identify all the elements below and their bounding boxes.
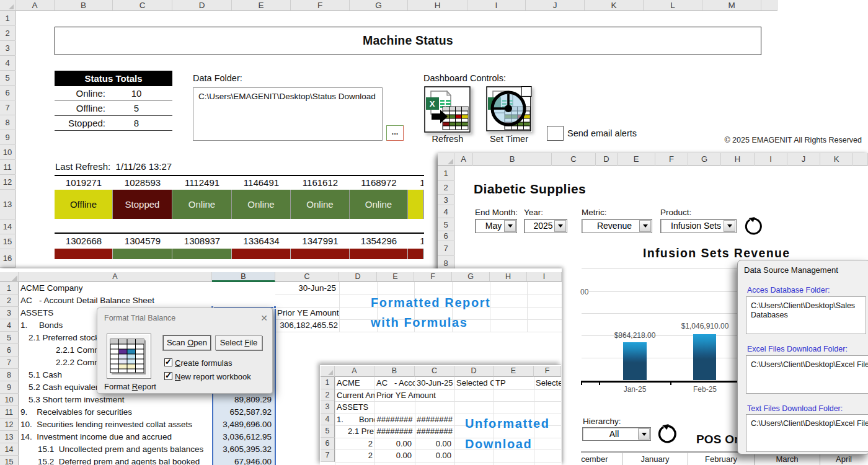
svg-text:X: X: [430, 99, 435, 108]
